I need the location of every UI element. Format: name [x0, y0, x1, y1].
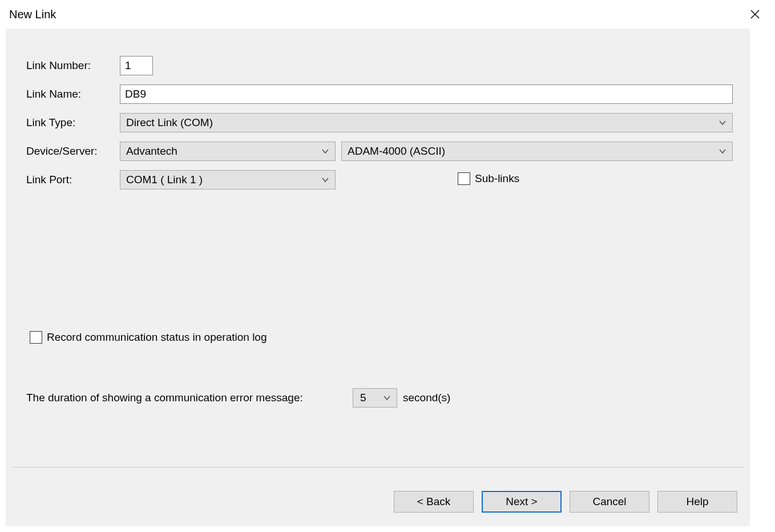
chevron-down-icon	[717, 146, 728, 156]
server-combo[interactable]: ADAM-4000 (ASCII)	[341, 142, 733, 161]
label-link-port: Link Port:	[26, 174, 120, 186]
row-link-type: Link Type: Direct Link (COM)	[26, 113, 733, 132]
record-log-checkbox[interactable]	[30, 331, 42, 344]
close-button[interactable]	[742, 3, 768, 26]
chevron-down-icon	[717, 118, 728, 128]
label-link-type: Link Type:	[26, 116, 120, 129]
link-port-combo[interactable]: COM1 ( Link 1 )	[120, 170, 336, 190]
window-title: New Link	[7, 8, 56, 21]
row-link-port: Link Port: COM1 ( Link 1 )	[26, 170, 336, 190]
help-button[interactable]: Help	[657, 491, 737, 513]
sub-links-checkbox[interactable]	[458, 172, 470, 185]
label-link-number: Link Number:	[26, 59, 120, 72]
link-number-input[interactable]	[120, 56, 153, 75]
chevron-down-icon	[320, 146, 330, 156]
close-icon	[750, 10, 760, 19]
link-port-value: COM1 ( Link 1 )	[126, 174, 203, 186]
row-duration: The duration of showing a communication …	[26, 388, 450, 408]
label-seconds: second(s)	[403, 392, 450, 404]
link-type-combo[interactable]: Direct Link (COM)	[120, 113, 733, 132]
separator	[13, 467, 743, 467]
button-row: < Back Next > Cancel Help	[394, 491, 737, 513]
label-link-name: Link Name:	[26, 88, 120, 100]
link-name-input[interactable]	[120, 84, 733, 104]
back-button[interactable]: < Back	[394, 491, 474, 513]
row-link-number: Link Number:	[26, 56, 153, 75]
chevron-down-icon	[382, 393, 392, 403]
duration-value: 5	[360, 392, 366, 404]
row-device-server: Device/Server: Advantech ADAM-4000 (ASCI…	[26, 142, 733, 161]
cancel-button[interactable]: Cancel	[570, 491, 649, 513]
duration-combo[interactable]: 5	[353, 388, 397, 408]
titlebar: New Link	[0, 0, 775, 29]
device-value: Advantech	[126, 145, 177, 158]
link-type-value: Direct Link (COM)	[126, 116, 213, 129]
dialog-panel: Link Number: Link Name: Link Type: Direc…	[6, 29, 750, 526]
label-duration: The duration of showing a communication …	[26, 392, 353, 404]
next-button[interactable]: Next >	[482, 491, 562, 513]
row-sub-links: Sub-links	[458, 172, 519, 185]
row-link-name: Link Name:	[26, 84, 733, 104]
server-value: ADAM-4000 (ASCII)	[348, 145, 445, 158]
label-sub-links: Sub-links	[475, 172, 519, 185]
row-record-log: Record communication status in operation…	[30, 331, 267, 344]
label-device-server: Device/Server:	[26, 145, 120, 158]
label-record-log: Record communication status in operation…	[47, 331, 267, 344]
chevron-down-icon	[320, 175, 330, 185]
device-combo[interactable]: Advantech	[120, 142, 336, 161]
